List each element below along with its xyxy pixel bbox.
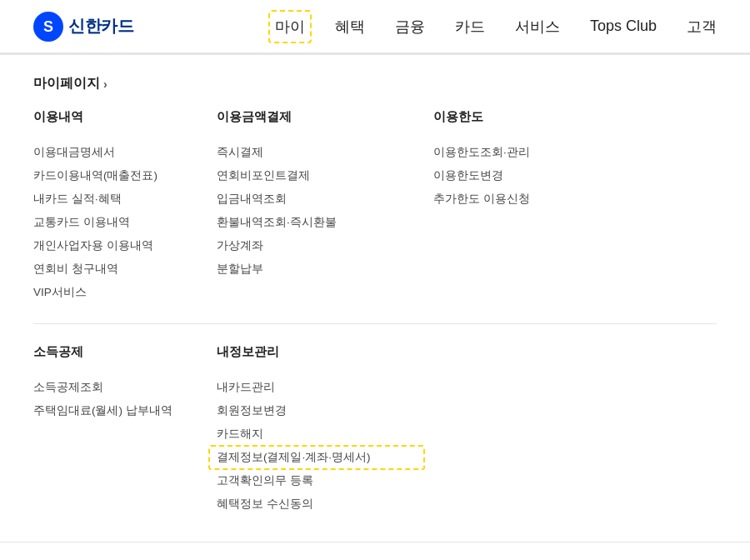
nav-item-my[interactable]: 마이 xyxy=(275,13,305,40)
nav-item-benefits[interactable]: 혜택 xyxy=(335,13,365,40)
logo-text: 신한카드 xyxy=(68,15,133,38)
nav-item-finance[interactable]: 금융 xyxy=(395,13,425,40)
nav-item-tops-club[interactable]: Tops Club xyxy=(590,14,657,38)
nav-item-customer[interactable]: 고객 xyxy=(687,13,717,40)
header: S 신한카드 마이 혜택 금융 카드 서비스 Tops Club 고객 xyxy=(0,0,750,53)
nav-item-service[interactable]: 서비스 xyxy=(515,13,560,40)
nav-item-card[interactable]: 카드 xyxy=(455,13,485,40)
nav-highlight-my: 마이 xyxy=(275,17,305,37)
svg-text:S: S xyxy=(43,18,53,35)
main-nav: 마이 혜택 금융 카드 서비스 Tops Club 고객 xyxy=(275,13,717,40)
logo-icon: S xyxy=(33,12,63,42)
logo[interactable]: S 신한카드 xyxy=(33,12,133,42)
